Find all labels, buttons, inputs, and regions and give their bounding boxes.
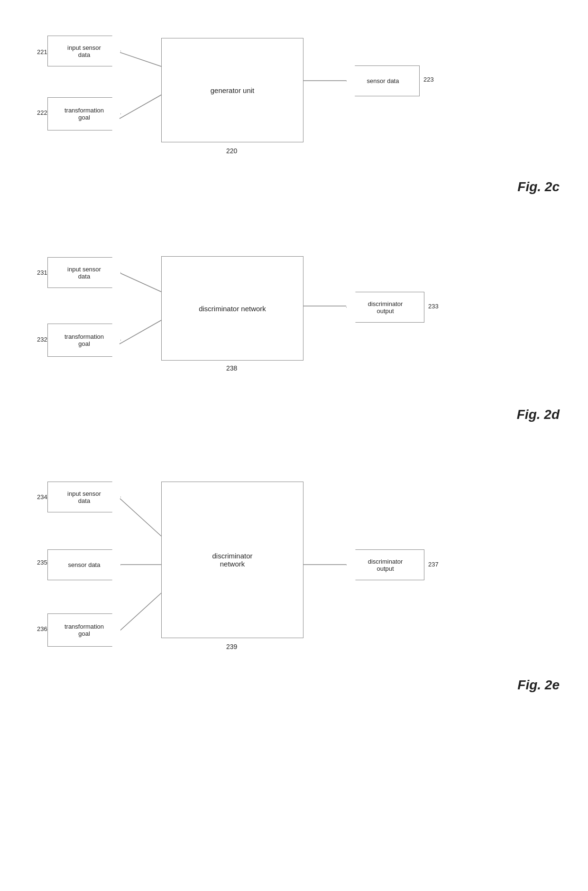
box-sensor-data-fig2e: sensor data (47, 549, 121, 580)
box-transform-goal-fig2e: transformation goal (47, 613, 121, 647)
svg-line-4 (119, 320, 161, 344)
diagram-fig2e: 234 input sensor data 235 sensor data 23… (0, 455, 588, 702)
svg-line-0 (119, 52, 161, 66)
fig2c-title: Fig. 2c (517, 179, 560, 195)
box-input-sensor-fig2d: input sensor data (47, 257, 121, 288)
box-output-fig2c: sensor data (346, 65, 420, 96)
label-232: 232 (37, 336, 47, 343)
label-222: 222 (37, 109, 47, 116)
label-231: 231 (37, 269, 47, 276)
svg-line-1 (119, 95, 161, 119)
box-discriminator-fig2d: discriminator network (161, 256, 303, 361)
box-transform-goal-fig2d: transformation goal (47, 324, 121, 357)
label-220: 220 (226, 147, 237, 155)
diagram-fig2d: 231 input sensor data 232 transformation… (0, 218, 588, 427)
svg-line-3 (119, 273, 161, 292)
label-236: 236 (37, 625, 47, 632)
box-transform-goal-fig2c: transformation goal (47, 97, 121, 130)
box-discriminator-fig2e: discriminator network (161, 482, 303, 638)
diagram-fig2c: 221 input sensor data 222 transformation… (0, 9, 588, 199)
box-input-sensor-fig2c: input sensor data (47, 36, 121, 66)
label-237: 237 (428, 561, 439, 568)
box-generator-fig2c: generator unit (161, 38, 303, 142)
svg-line-6 (119, 498, 161, 536)
box-output-fig2d: discriminator output (346, 292, 424, 323)
fig2e-title: Fig. 2e (517, 678, 560, 693)
box-input-sensor-fig2e: input sensor data (47, 482, 121, 512)
label-238: 238 (226, 364, 237, 372)
fig2d-title: Fig. 2d (517, 407, 560, 422)
box-output-fig2e: discriminator output (346, 549, 424, 580)
label-234: 234 (37, 493, 47, 501)
label-233: 233 (428, 303, 439, 310)
label-239: 239 (226, 643, 237, 650)
label-235: 235 (37, 559, 47, 566)
svg-line-8 (119, 593, 161, 631)
label-221: 221 (37, 48, 47, 56)
label-223: 223 (423, 76, 434, 83)
